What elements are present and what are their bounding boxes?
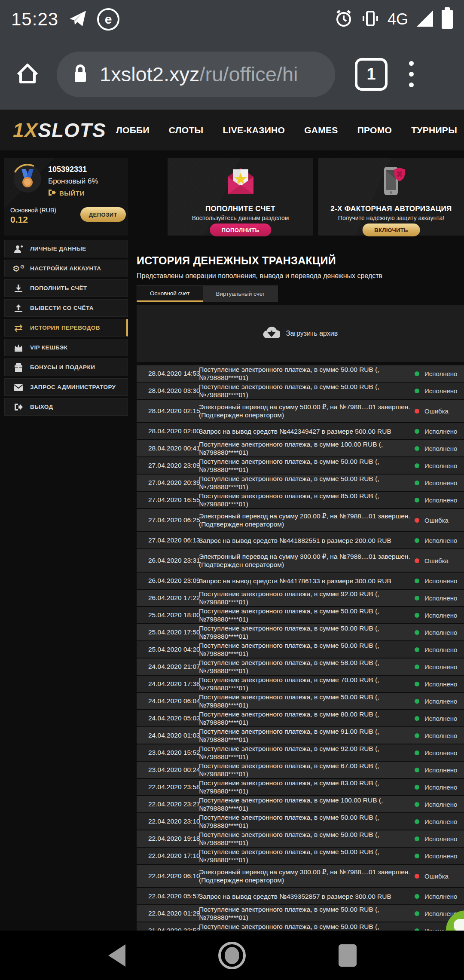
network-type-label: 4G bbox=[388, 10, 408, 28]
home-button[interactable] bbox=[218, 942, 246, 969]
nav-item-5[interactable]: ТУРНИРЫ bbox=[411, 125, 457, 135]
status-dot bbox=[415, 538, 419, 543]
nav-item-4[interactable]: ПРОМО bbox=[357, 125, 392, 135]
status-label: Исполнено bbox=[424, 577, 457, 585]
deposit-button[interactable]: ДЕПОЗИТ bbox=[80, 207, 126, 222]
status-label: Исполнено bbox=[424, 698, 457, 705]
transaction-date: 25.04.2020 18:00 bbox=[148, 611, 189, 619]
transaction-row: 28.04.2020 02:15Электронный перевод на с… bbox=[137, 400, 464, 422]
top-up-button[interactable]: ПОПОЛНИТЬ bbox=[210, 224, 271, 236]
nav-item-3[interactable]: GAMES bbox=[304, 125, 338, 135]
site-logo[interactable]: 1XSLOTS bbox=[13, 119, 106, 142]
status-badge: Исполнено bbox=[415, 537, 457, 544]
gears-icon: ⚙⚙ bbox=[13, 264, 24, 273]
e-badge-icon: e bbox=[97, 8, 119, 31]
status-label: Исполнено bbox=[424, 766, 457, 774]
status-badge: Исполнено bbox=[415, 680, 457, 688]
url-bar[interactable]: 1xslot2.xyz/ru/office/hi bbox=[57, 52, 335, 97]
sidebar-item[interactable]: ЛИЧНЫЕ ДАННЫЕ bbox=[4, 240, 128, 257]
download-archive-button[interactable]: Загрузить архив bbox=[137, 305, 464, 362]
home-icon[interactable] bbox=[15, 61, 40, 88]
sidebar-item[interactable]: ВЫВЕСТИ СО СЧЁТА bbox=[4, 299, 128, 317]
sidebar-item[interactable]: VIP КЕШБЭК bbox=[4, 339, 128, 356]
status-label: Исполнено bbox=[424, 784, 457, 791]
transaction-description: Поступление электронного платежа, в сумм… bbox=[199, 710, 414, 726]
sidebar-item[interactable]: БОНУСЫ И ПОДАРКИ bbox=[4, 358, 128, 376]
sidebar-item[interactable]: ВЫХОД bbox=[4, 398, 128, 416]
status-label: Исполнено bbox=[424, 732, 457, 739]
transaction-row: 25.04.2020 04:20Поступление электронного… bbox=[137, 641, 464, 658]
level-progress-arc bbox=[12, 163, 43, 194]
status-badge: Ошибка bbox=[415, 407, 449, 415]
transaction-description: Запрос на вывод средств №442349427 в раз… bbox=[199, 427, 414, 435]
transaction-description: Поступление электронного платежа, в сумм… bbox=[199, 848, 414, 864]
transaction-date: 24.04.2020 17:38 bbox=[148, 680, 189, 688]
transaction-description: Электронный перевод на сумму 300.00 ₽, н… bbox=[199, 868, 414, 884]
status-badge: Исполнено bbox=[415, 479, 457, 487]
status-label: Исполнено bbox=[424, 893, 457, 900]
alarm-icon bbox=[334, 9, 353, 30]
status-dot bbox=[415, 836, 419, 841]
tab-main-account[interactable]: Основной счет bbox=[137, 285, 203, 302]
status-dot bbox=[415, 733, 419, 738]
status-badge: Ошибка bbox=[415, 557, 449, 564]
status-label: Исполнено bbox=[424, 479, 457, 487]
status-label: Исполнено bbox=[424, 852, 457, 860]
tabs-icon[interactable]: 1 bbox=[355, 58, 388, 91]
menu-kebab-icon[interactable] bbox=[409, 61, 414, 87]
transaction-description: Поступление электронного платежа, в сумм… bbox=[199, 762, 414, 778]
promo-row: ПОПОЛНИТЕ СЧЕТ Воспользуйтесь данным раз… bbox=[168, 158, 464, 236]
promo-subtitle: Получите надёжную защиту аккаунта! bbox=[318, 214, 464, 221]
sidebar-item[interactable]: ЗАПРОС АДМИНИСТРАТОРУ bbox=[4, 378, 128, 396]
back-button[interactable] bbox=[108, 944, 125, 967]
transaction-date: 24.04.2020 05:03 bbox=[148, 714, 189, 722]
transaction-description: Поступление электронного платежа, в сумм… bbox=[199, 590, 414, 606]
transaction-date: 21.04.2020 22:52 bbox=[148, 927, 189, 931]
logout-link[interactable]: ВЫЙТИ bbox=[48, 189, 85, 197]
sidebar-item-label: ПОПОЛНИТЬ СЧЁТ bbox=[30, 285, 87, 291]
nav-item-1[interactable]: СЛОТЫ bbox=[169, 125, 204, 135]
promo-title: 2-Х ФАКТОРНАЯ АВТОРИЗАЦИЯ bbox=[318, 205, 464, 213]
transaction-description: Поступление электронного платежа, в сумм… bbox=[199, 457, 414, 474]
status-label: Исполнено bbox=[424, 835, 457, 842]
sidebar-item[interactable]: ПОПОЛНИТЬ СЧЁТ bbox=[4, 279, 128, 297]
sidebar-item-label: VIP КЕШБЭК bbox=[30, 344, 67, 351]
status-badge: Исполнено bbox=[415, 428, 457, 435]
promo-subtitle: Воспользуйтесь данным разделом bbox=[168, 214, 313, 221]
transaction-row: 26.04.2020 17:22Поступление электронного… bbox=[137, 590, 464, 606]
nav-item-0[interactable]: ЛОББИ bbox=[116, 125, 150, 135]
logout-icon bbox=[48, 189, 56, 197]
status-label: Исполнено bbox=[424, 612, 457, 619]
logo-1x: 1X bbox=[13, 119, 38, 141]
recents-button[interactable] bbox=[339, 944, 357, 967]
browser-toolbar: 1xslot2.xyz/ru/office/hi 1 bbox=[0, 39, 464, 110]
status-badge: Исполнено bbox=[415, 646, 457, 653]
transaction-date: 22.04.2020 23:27 bbox=[148, 800, 189, 808]
sidebar-item[interactable]: ⚙⚙НАСТРОЙКИ АККАУНТА bbox=[4, 260, 128, 277]
transaction-date: 22.04.2020 23:58 bbox=[148, 783, 189, 791]
url-text: 1xslot2.xyz/ru/office/hi bbox=[100, 62, 298, 86]
sidebar-item[interactable]: ⇄ИСТОРИЯ ПЕРЕВОДОВ bbox=[4, 319, 128, 337]
transaction-row: 27.04.2020 06:25Электронный перевод на с… bbox=[137, 509, 464, 531]
phone-screen: 15:23 e 4G 1x bbox=[0, 0, 464, 980]
avatar[interactable] bbox=[12, 163, 43, 194]
enable-2fa-button[interactable]: ВКЛЮЧИТЬ bbox=[362, 224, 420, 236]
transaction-description: Поступление электронного платежа, в сумм… bbox=[199, 796, 414, 812]
tab-virtual-account[interactable]: Виртуальный счет bbox=[203, 285, 278, 302]
status-badge: Исполнено bbox=[415, 663, 457, 671]
transaction-description: Поступление электронного платежа, в сумм… bbox=[199, 383, 414, 399]
status-dot bbox=[415, 579, 419, 583]
transaction-date: 22.04.2020 17:10 bbox=[148, 852, 189, 860]
transaction-date: 27.04.2020 06:25 bbox=[148, 516, 189, 524]
status-dot bbox=[415, 371, 419, 376]
status-dot bbox=[415, 785, 419, 790]
nav-item-2[interactable]: LIVE-КАЗИНО bbox=[223, 125, 285, 135]
transaction-row: 27.04.2020 06:13Запрос на вывод средств … bbox=[137, 532, 464, 548]
status-label: Исполнено bbox=[424, 749, 457, 756]
transaction-date: 24.04.2020 01:03 bbox=[148, 732, 189, 739]
user-id: 105392331 bbox=[48, 165, 87, 174]
status-badge: Исполнено bbox=[415, 910, 457, 917]
sidebar-item-label: ВЫХОД bbox=[30, 404, 53, 410]
status-badge: Исполнено bbox=[415, 445, 457, 452]
transaction-description: Поступление электронного платежа, в сумм… bbox=[199, 676, 414, 692]
